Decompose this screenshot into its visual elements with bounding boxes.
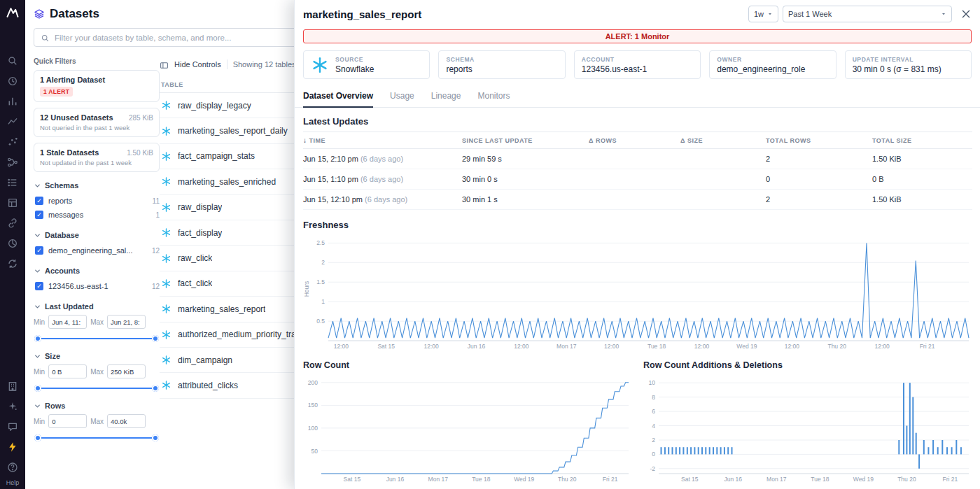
dataset-name: dim_campaign xyxy=(178,355,232,365)
schema-filter-reports[interactable]: reports 11 xyxy=(34,194,160,208)
account-filter-item[interactable]: 123456.us-east-1 12 xyxy=(34,279,160,293)
checkbox-checked-icon[interactable] xyxy=(35,211,43,219)
hide-controls-button[interactable]: Hide Controls xyxy=(174,60,221,69)
row-count-changes-title: Row Count Additions & Deletions xyxy=(643,360,972,370)
column-total-size[interactable]: TOTAL SIZE xyxy=(872,132,972,149)
slider-handle-min[interactable] xyxy=(34,385,41,392)
catalog-icon[interactable] xyxy=(7,197,18,208)
tab-dataset-overview[interactable]: Dataset Overview xyxy=(303,86,373,108)
database-section-header[interactable]: Database xyxy=(34,231,160,239)
dataset-name: fact_display xyxy=(178,228,222,238)
slider-handle-min[interactable] xyxy=(34,335,41,342)
time-range-short-select[interactable]: 1w xyxy=(748,6,778,22)
accounts-section-header[interactable]: Accounts xyxy=(34,267,160,275)
alert-monitor-banner[interactable]: ALERT: 1 Monitor xyxy=(303,29,972,43)
time-range-select[interactable]: Past 1 Week xyxy=(783,6,952,22)
checkbox-checked-icon[interactable] xyxy=(35,246,43,255)
chat-icon[interactable] xyxy=(7,421,18,432)
rows-section-header[interactable]: Rows xyxy=(34,402,160,410)
dataset-name: fact_campaign_stats xyxy=(178,151,255,161)
since-cell: 30 min 1 s xyxy=(462,190,589,210)
total-size-cell: 1.50 KiB xyxy=(872,190,972,210)
help-circle-icon[interactable] xyxy=(7,462,18,473)
update-row: Jun 15, 1:10 pm (6 days ago) 30 min 0 s … xyxy=(303,169,972,190)
snowflake-icon xyxy=(161,278,172,289)
sync-icon[interactable] xyxy=(7,258,18,269)
drawer-header: marketing_sales_report 1w Past 1 Week xyxy=(295,0,980,28)
svg-text:1: 1 xyxy=(321,298,325,305)
snowflake-icon xyxy=(161,304,172,314)
size-section-header[interactable]: Size xyxy=(34,352,160,360)
total-size-cell: 1.50 KiB xyxy=(872,149,972,169)
schema-filter-messages[interactable]: messages 1 xyxy=(34,208,160,222)
svg-text:12:00: 12:00 xyxy=(604,343,620,350)
latest-updates-title: Latest Updates xyxy=(303,116,972,127)
svg-text:50: 50 xyxy=(312,448,318,455)
since-cell: 30 min 0 s xyxy=(462,169,589,190)
rows-min-input[interactable] xyxy=(48,414,87,428)
scatter-plot-icon[interactable] xyxy=(7,136,18,148)
lineage-icon[interactable] xyxy=(7,157,18,168)
help-label[interactable]: Help xyxy=(6,479,20,486)
slider-handle-max[interactable] xyxy=(152,335,159,342)
alerting-datasets-filter[interactable]: 1 Alerting Dataset 1 ALERT xyxy=(34,70,160,102)
search-icon[interactable] xyxy=(7,55,18,66)
organization-icon[interactable] xyxy=(7,381,18,392)
snowflake-icon xyxy=(161,227,172,238)
rows-max-input[interactable] xyxy=(107,414,146,428)
column-delta-rows[interactable]: Δ ROWS xyxy=(589,132,680,149)
size-min-input[interactable] xyxy=(48,364,87,378)
checkbox-checked-icon[interactable] xyxy=(35,197,43,205)
bottom-charts: Row Count 50100150200Sat 15Jun 16Mon 17T… xyxy=(303,353,972,486)
time-cell: Jun 15, 1:10 pm (6 days ago) xyxy=(303,169,462,190)
column-time[interactable]: ↓TIME xyxy=(303,132,462,149)
column-delta-size[interactable]: Δ SIZE xyxy=(680,132,766,149)
last-updated-section-header[interactable]: Last Updated xyxy=(34,302,160,311)
row-count-block: Row Count 50100150200Sat 15Jun 16Mon 17T… xyxy=(303,353,632,486)
bar-chart-icon[interactable] xyxy=(7,96,18,107)
snowflake-icon xyxy=(161,176,172,187)
svg-text:6: 6 xyxy=(652,408,655,415)
svg-text:Thu 20: Thu 20 xyxy=(827,343,846,350)
schemas-section-header[interactable]: Schemas xyxy=(34,181,160,190)
sparkle-icon[interactable] xyxy=(7,401,18,412)
last-updated-max-input[interactable] xyxy=(107,315,146,329)
slider-handle-max[interactable] xyxy=(152,385,159,392)
link-icon[interactable] xyxy=(7,218,18,229)
tab-monitors[interactable]: Monitors xyxy=(477,86,510,107)
tab-lineage[interactable]: Lineage xyxy=(431,86,461,107)
app-logo-icon[interactable] xyxy=(6,6,20,20)
slider-handle-max[interactable] xyxy=(152,434,159,441)
update-row: Jun 15, 12:10 pm (6 days ago) 30 min 1 s… xyxy=(303,190,972,210)
history-icon[interactable] xyxy=(7,76,18,87)
tab-usage[interactable]: Usage xyxy=(390,86,414,107)
rows-range-slider xyxy=(36,434,158,442)
unused-datasets-filter[interactable]: 12 Unused Datasets 285 KiB Not queried i… xyxy=(34,108,160,137)
snowflake-icon xyxy=(161,329,172,340)
database-filter-item[interactable]: demo_engineering_sal... 12 xyxy=(34,243,160,257)
last-updated-min-input[interactable] xyxy=(48,315,87,329)
usage-bolt-icon[interactable] xyxy=(7,441,18,453)
close-icon[interactable] xyxy=(960,8,972,20)
stale-datasets-filter[interactable]: 1 Stale Datasets 1.50 KiB Not updated in… xyxy=(34,143,160,172)
checkbox-checked-icon[interactable] xyxy=(35,282,43,290)
svg-text:Sat 15: Sat 15 xyxy=(377,343,395,350)
pie-chart-icon[interactable] xyxy=(7,238,18,249)
chevron-down-icon xyxy=(34,267,41,275)
size-max-input[interactable] xyxy=(107,364,146,378)
slider-handle-min[interactable] xyxy=(34,434,41,441)
column-since-last-update[interactable]: SINCE LAST UPDATE xyxy=(462,132,589,149)
svg-text:Wed 19: Wed 19 xyxy=(853,476,874,483)
svg-text:2.5: 2.5 xyxy=(316,239,325,246)
svg-text:12:00: 12:00 xyxy=(874,343,890,350)
line-chart-icon[interactable] xyxy=(7,116,18,127)
chevron-down-icon xyxy=(34,232,41,239)
list-icon[interactable] xyxy=(7,177,18,188)
svg-text:Tue 18: Tue 18 xyxy=(472,476,490,483)
dataset-name: attributed_clicks xyxy=(178,381,238,390)
column-total-rows[interactable]: TOTAL ROWS xyxy=(766,132,872,149)
svg-text:Mon 17: Mon 17 xyxy=(556,343,577,350)
svg-text:Sat 15: Sat 15 xyxy=(344,476,361,483)
total-rows-cell: 0 xyxy=(766,169,872,190)
svg-text:100: 100 xyxy=(308,425,318,432)
